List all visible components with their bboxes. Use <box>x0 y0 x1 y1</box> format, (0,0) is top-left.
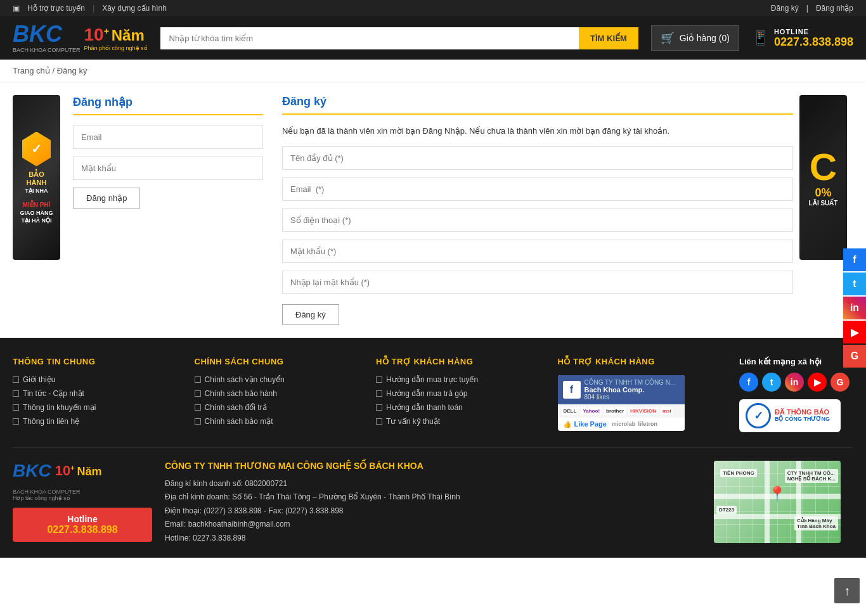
lifetron-text: lifetron <box>638 421 657 427</box>
register-phone-input[interactable] <box>282 209 793 232</box>
company-info: Đăng kí kinh doanh số: 0802000721 Địa ch… <box>165 477 701 546</box>
item-text: Hướng dẫn thanh toán <box>386 403 463 412</box>
checkbox-icon <box>13 404 19 411</box>
mien-phi-text: MIỄN PHÍ <box>23 202 51 209</box>
verified-badge: ✓ ĐÃ THÔNG BÁO BỘ CÔNG THƯƠNG <box>739 399 841 432</box>
footer-col4-title: HỖ TRỢ KHÁCH HÀNG <box>558 357 727 366</box>
list-item[interactable]: Giới thiệu <box>13 375 182 384</box>
checkbox-icon <box>376 418 382 425</box>
verified-text: ĐÃ THÔNG BÁO BỘ CÔNG THƯƠNG <box>775 408 830 423</box>
list-item[interactable]: Hướng dẫn mua trực tuyến <box>376 375 545 384</box>
login-button[interactable]: Đăng nhập <box>73 188 140 209</box>
map-pin: 📍 <box>768 485 787 503</box>
list-item[interactable]: Thông tin liên hệ <box>13 417 182 426</box>
support-label[interactable]: Hỗ trợ trực tuyến <box>27 4 85 13</box>
left-banner[interactable]: ✓ BẢO HÀNH TẠI NHÀ MIỄN PHÍ GIAO HÀNG TẠ… <box>13 95 60 260</box>
facebook-icon[interactable]: f <box>739 373 758 392</box>
checkbox-icon <box>376 376 382 383</box>
fb-page-preview[interactable]: f CÔNG TY TNHH TM CÔNG N... Bach Khoa Co… <box>558 375 685 431</box>
social-col: Liên kết mạng xã hội f t in ▶ G ✓ ĐÃ THÔ… <box>739 357 853 432</box>
list-item[interactable]: Chính sách đổi trả <box>195 403 364 412</box>
da-thong-bao: ĐÃ THÔNG BÁO <box>775 408 830 416</box>
register-fullname-input[interactable] <box>282 146 793 170</box>
list-item[interactable]: Hướng dẫn mua trả góp <box>376 389 545 398</box>
footer-map: 📍 TIÊN PHONG DT223 Cửa Hàng MáyTính Bách… <box>714 461 853 546</box>
footer-hotline-box[interactable]: Hotline 0227.3.838.898 <box>13 508 152 542</box>
dell-logo: DELL <box>562 407 579 415</box>
bo-cong-thuong: BỘ CÔNG THƯƠNG <box>775 416 830 423</box>
register-email-input[interactable] <box>282 177 793 201</box>
list-item[interactable]: Chính sách bảo mật <box>195 417 364 426</box>
list-item[interactable]: Hướng dẫn thanh toán <box>376 403 545 412</box>
fb-page-info: CÔNG TY TNHH TM CÔNG N... Bach Khoa Comp… <box>585 379 676 401</box>
float-facebook-icon[interactable]: f <box>843 248 866 271</box>
footer-col3-list: Hướng dẫn mua trực tuyến Hướng dẫn mua t… <box>376 375 545 426</box>
address: Địa chỉ kinh doanh: Số 56 - Trần Thái Tô… <box>165 491 701 504</box>
twitter-icon[interactable]: t <box>762 373 781 392</box>
shield-icon: ✓ <box>22 132 51 167</box>
footer-col2-list: Chính sách vận chuyển Chính sách bảo hàn… <box>195 375 364 426</box>
header: BKC BACH KHOA COMPUTER 10+ Năm Phân phối… <box>0 16 866 60</box>
breadcrumb: Trang chủ / Đăng ký <box>0 60 866 82</box>
map-label-company: CTY TNHH TM CÔ...NGHỆ SỐ BÁCH K... <box>785 469 838 483</box>
float-instagram-icon[interactable]: in <box>843 297 866 319</box>
footer-col-3: HỖ TRỢ KHÁCH HÀNG Hướng dẫn mua trực tuy… <box>376 357 545 432</box>
float-youtube-icon[interactable]: ▶ <box>843 321 866 343</box>
list-item[interactable]: Thông tin khuyến mại <box>13 403 182 412</box>
map-image[interactable]: 📍 TIÊN PHONG DT223 Cửa Hàng MáyTính Bách… <box>714 461 841 543</box>
map-label-tien-phong: TIÊN PHONG <box>720 469 757 477</box>
google-icon[interactable]: G <box>830 373 850 392</box>
footer-years: 10+ Năm <box>55 463 102 479</box>
login-title: Đăng nhập <box>73 95 263 115</box>
item-text: Hướng dẫn mua trả góp <box>386 389 467 398</box>
footer-col3-title: HỖ TRỢ KHÁCH HÀNG <box>376 357 545 366</box>
checkbox-icon <box>376 404 382 411</box>
microlab-text: microlab <box>612 421 636 427</box>
footer-top: THÔNG TIN CHUNG Giới thiệu Tin tức - Cập… <box>13 357 853 432</box>
map-label-dt223: DT223 <box>716 506 737 514</box>
list-item[interactable]: Tin tức - Cập nhật <box>13 389 182 398</box>
float-twitter-icon[interactable]: t <box>843 273 866 295</box>
search-area: TÌM KIẾM <box>160 27 638 49</box>
forms-area: Đăng nhập Đăng nhập Đăng ký Nếu bạn đã l… <box>67 95 799 325</box>
cart-area[interactable]: 🛒 Giỏ hàng (0) <box>651 25 739 51</box>
register-link[interactable]: Đăng ký <box>771 4 799 13</box>
list-item[interactable]: Chính sách bảo hành <box>195 389 364 398</box>
instagram-icon[interactable]: in <box>785 373 804 392</box>
breadcrumb-current: Đăng ký <box>57 66 87 75</box>
float-google-icon[interactable]: G <box>843 345 866 368</box>
bao-hanh-text: BẢO HÀNH <box>18 170 55 186</box>
login-email-input[interactable] <box>73 125 263 149</box>
banner-c-label: C <box>810 148 837 186</box>
register-confirm-input[interactable] <box>282 271 793 294</box>
right-banner[interactable]: C 0% LÃI SUẤT <box>799 95 847 260</box>
left-banner-area: ✓ BẢO HÀNH TẠI NHÀ MIỄN PHÍ GIAO HÀNG TẠ… <box>13 95 67 325</box>
logo-bkc[interactable]: BKC BACH KHOA COMPUTER <box>13 23 81 53</box>
fb-like-button[interactable]: 👍 Like Page microlab lifetron <box>558 418 685 431</box>
bkc-text: BKC <box>13 23 81 46</box>
company-prefix: CÔNG TY TNHH TM CÔNG N... <box>585 379 676 386</box>
fb-logo-icon: f <box>563 381 581 399</box>
plus-sign: + <box>104 26 109 36</box>
years-display: 10+ Năm <box>84 25 145 45</box>
list-item[interactable]: Tư vấn kỹ thuật <box>376 417 545 426</box>
search-button[interactable]: TÌM KIẾM <box>579 27 638 49</box>
item-text: Giới thiệu <box>23 375 55 384</box>
phone-icon: 📱 <box>752 30 769 46</box>
build-label[interactable]: Xây dựng cấu hình <box>102 4 167 13</box>
register-button[interactable]: Đăng ký <box>282 304 339 325</box>
list-item[interactable]: Chính sách vận chuyển <box>195 375 364 384</box>
search-input[interactable] <box>160 27 579 49</box>
hotline-text: HOTLINE 0227.3.838.898 <box>774 28 853 49</box>
login-link[interactable]: Đăng nhập <box>816 4 853 13</box>
login-password-input[interactable] <box>73 157 263 180</box>
item-text: Tin tức - Cập nhật <box>23 389 84 398</box>
item-text: Chính sách đổi trả <box>205 403 267 412</box>
item-text: Chính sách bảo hành <box>205 389 277 398</box>
youtube-icon[interactable]: ▶ <box>808 373 827 392</box>
floating-social: f t in ▶ G <box>843 248 866 368</box>
breadcrumb-home[interactable]: Trang chủ <box>13 66 50 75</box>
checkbox-icon <box>195 404 201 411</box>
footer-col-1: THÔNG TIN CHUNG Giới thiệu Tin tức - Cập… <box>13 357 182 432</box>
register-password-input[interactable] <box>282 240 793 263</box>
